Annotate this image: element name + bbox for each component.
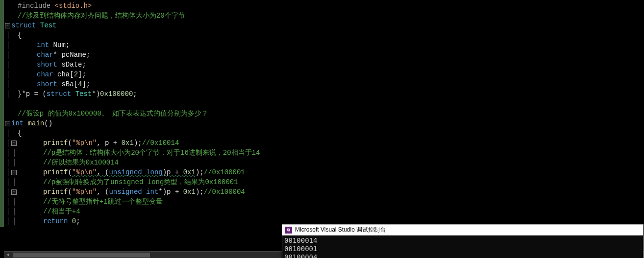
string-literal: "%p\n" [72,138,97,148]
scroll-left-arrow-icon[interactable]: ◄ [4,252,12,258]
fold-minus-icon[interactable]: - [11,170,17,175]
code-line[interactable]: │-printf("%p\n", (unsigned int*)p + 0x1)… [5,187,644,197]
function-call: printf [43,167,68,177]
comment: //所以结果为0x100014 [43,158,119,167]
type-keyword: int [11,118,24,128]
code-line[interactable]: #include <stdio.h> [5,1,644,11]
identifier: sBa[ [57,79,78,89]
vs-icon: ⧉ [285,227,292,234]
code-line[interactable]: │{ [5,30,644,40]
comment: //涉及到结构体内存对齐问题，结构体大小为20个字节 [18,11,185,21]
code-area[interactable]: #include <stdio.h> //涉及到结构体内存对齐问题，结构体大小为… [4,1,644,226]
fold-minus-icon[interactable]: - [11,141,17,146]
scrollbar-thumb[interactable] [13,253,150,258]
include-header: <stdio.h> [50,1,92,11]
console-line: 00100004 [284,253,641,258]
comment: //p是结构体，结构体大小为20个字节，对于16进制来说，20相当于14 [43,148,260,158]
code-line[interactable]: │char* pcName; [5,50,644,60]
identifier: sDate; [57,60,86,70]
function-call: printf [43,187,68,197]
number: 2 [74,70,78,79]
identifier: Num; [49,40,70,50]
code-line[interactable]: ││//p是结构体，结构体大小为20个字节，对于16进制来说，20相当于14 [5,148,644,158]
pointer-op: * [53,50,57,60]
code-line[interactable]: │char cha[2]; [5,70,644,79]
identifier: cha[ [53,70,74,79]
console-line: 00100014 [284,236,641,245]
comment: //p被强制转换成为了unsigned long类型，结果为0x100001 [43,177,238,187]
code-line[interactable]: -int main() [5,118,644,128]
code-line[interactable]: ││//相当于+4 [5,207,644,216]
brace: { [18,128,22,138]
debug-console-window[interactable]: ⧉ Microsoft Visual Studio 调试控制台 00100014… [282,224,644,258]
comment: //假设p 的值为0x100000。 如下表表达式的值分别为多少？ [18,109,208,118]
code-line[interactable]: //假设p 的值为0x100000。 如下表表达式的值分别为多少？ [5,109,644,118]
comment: //0x100001 [204,167,245,177]
keyword: return [43,216,68,226]
type-name: Test [36,21,56,30]
code-line[interactable]: -struct Test [5,21,644,30]
console-line: 00100001 [284,245,641,253]
code-line[interactable]: │-printf("%p\n", (unsigned long)p + 0x1)… [5,167,644,177]
console-title: Microsoft Visual Studio 调试控制台 [295,226,386,234]
console-titlebar[interactable]: ⧉ Microsoft Visual Studio 调试控制台 [282,225,643,235]
comment: //无符号整型指针+1跳过一个整型变量 [43,197,163,207]
function-name: main [24,118,44,128]
string-literal: "%p\n" [72,187,97,197]
code-line[interactable]: │int Num; [5,40,644,50]
code-editor[interactable]: #include <stdio.h> //涉及到结构体内存对齐问题，结构体大小为… [0,0,644,227]
code-line[interactable]: ││//所以结果为0x100014 [5,158,644,167]
comment: //0x10014 [142,138,179,148]
brace: { [18,30,22,40]
code-line[interactable]: │short sBa[4]; [5,79,644,89]
type-keyword: char [37,70,53,79]
type-keyword: short [37,60,57,70]
type-keyword: char [37,50,53,60]
string-literal: "%p\n" [72,167,97,177]
code-line[interactable]: ││//无符号整型指针+1跳过一个整型变量 [5,197,644,207]
code-line[interactable]: //涉及到结构体内存对齐问题，结构体大小为20个字节 [5,11,644,21]
comment: //相当于+4 [43,207,80,216]
keyword: struct [11,21,36,30]
type-keyword: int [37,40,49,50]
editor-gutter [0,0,4,227]
code-line[interactable]: │{ [5,128,644,138]
fold-minus-icon[interactable]: - [5,121,10,126]
code-line[interactable]: ││//p被强制转换成为了unsigned long类型，结果为0x100001 [5,177,644,187]
type-keyword: short [37,79,57,89]
code-line[interactable]: │-printf("%p\n", p + 0x1);//0x10014 [5,138,644,148]
function-call: printf [43,138,68,148]
comment: //0x100004 [204,187,245,197]
code-line[interactable]: │short sDate; [5,60,644,70]
code-line[interactable] [5,99,644,109]
number: 4 [78,79,82,89]
code-line[interactable]: │}*p = (struct Test*)0x100000; [5,89,644,99]
console-output[interactable]: 00100014 00100001 00100004 [282,235,643,258]
include-directive: #include [18,1,50,11]
identifier: pcName; [57,50,90,60]
fold-minus-icon[interactable]: - [5,23,10,28]
fold-minus-icon[interactable]: - [11,189,17,195]
